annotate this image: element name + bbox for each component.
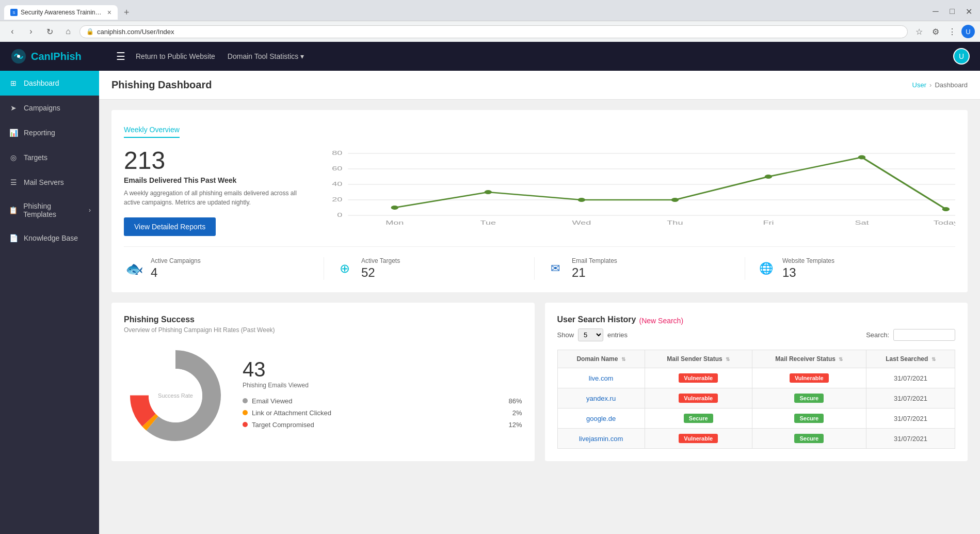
sidebar-item-knowledge-base[interactable]: 📄 Knowledge Base bbox=[0, 226, 99, 250]
sidebar-item-phishing-templates[interactable]: 📋 Phishing Templates › bbox=[0, 195, 99, 226]
col-domain: Domain Name ⇅ bbox=[557, 350, 645, 368]
sidebar-item-mail-servers[interactable]: ☰ Mail Servers bbox=[0, 170, 99, 195]
sidebar: ⊞ Dashboard ➤ Campaigns 📊 Reporting ◎ Ta… bbox=[0, 71, 99, 534]
svg-text:Thu: Thu bbox=[667, 220, 683, 226]
sidebar-item-targets[interactable]: ◎ Targets bbox=[0, 145, 99, 170]
donut-chart: Success Rate bbox=[124, 344, 227, 447]
browser-tab-active[interactable]: S Security Awareness Training | Ph... × bbox=[4, 5, 118, 20]
receiver-status-badge: Vulnerable bbox=[790, 373, 829, 383]
user-avatar[interactable]: U bbox=[953, 48, 970, 65]
donut-section: Success Rate 43 Phishing Emails Viewed E… bbox=[124, 344, 522, 447]
sort-receiver-icon[interactable]: ⇅ bbox=[839, 356, 843, 362]
active-targets-value: 52 bbox=[361, 265, 400, 280]
domain-cell: yandex.ru bbox=[557, 388, 645, 409]
date-cell: 31/07/2021 bbox=[866, 429, 955, 449]
stat-active-targets: ⊕ Active Targets 52 bbox=[324, 257, 535, 280]
sidebar-item-reporting[interactable]: 📊 Reporting bbox=[0, 120, 99, 145]
email-templates-value: 21 bbox=[572, 265, 617, 280]
sidebar-item-campaigns-label: Campaigns bbox=[24, 104, 60, 112]
forward-button[interactable]: › bbox=[24, 24, 38, 39]
sidebar-item-dashboard[interactable]: ⊞ Dashboard bbox=[0, 71, 99, 96]
tab-close-button[interactable]: × bbox=[107, 8, 111, 17]
domain-cell: live.com bbox=[557, 368, 645, 388]
table-row: yandex.ru Vulnerable Secure 31/07/2021 bbox=[557, 388, 955, 409]
url-bar[interactable]: 🔒 caniphish.com/User/Index bbox=[79, 25, 908, 38]
svg-point-15 bbox=[671, 198, 679, 202]
stat-website-templates: 🌐 Website Templates 13 bbox=[745, 257, 955, 280]
lock-icon: 🔒 bbox=[86, 28, 94, 35]
sort-domain-icon[interactable]: ⇅ bbox=[621, 356, 625, 362]
page-title: Phishing Dashboard bbox=[111, 79, 212, 91]
sort-sender-icon[interactable]: ⇅ bbox=[726, 356, 730, 362]
targets-icon: ◎ bbox=[8, 152, 19, 163]
view-reports-button[interactable]: View Detailed Reports bbox=[124, 217, 216, 236]
sender-status-cell: Secure bbox=[645, 409, 752, 429]
bookmark-button[interactable]: ☆ bbox=[912, 24, 926, 39]
entries-select[interactable]: 5 10 25 bbox=[578, 328, 603, 341]
back-button[interactable]: ‹ bbox=[5, 24, 20, 39]
sender-status-cell: Vulnerable bbox=[645, 429, 752, 449]
receiver-status-cell: Secure bbox=[752, 429, 866, 449]
domain-link[interactable]: google.de bbox=[586, 415, 616, 422]
svg-text:40: 40 bbox=[332, 181, 342, 187]
menu-button[interactable]: ⋮ bbox=[945, 24, 959, 39]
search-input[interactable] bbox=[893, 329, 955, 341]
col-sender: Mail Sender Status ⇅ bbox=[645, 350, 752, 368]
svg-point-14 bbox=[578, 198, 585, 202]
sender-status-cell: Vulnerable bbox=[645, 368, 752, 388]
new-tab-button[interactable]: + bbox=[120, 5, 134, 20]
chart-container: 80 60 40 20 0 bbox=[320, 148, 955, 231]
svg-text:80: 80 bbox=[332, 150, 342, 156]
browser-profile-icon[interactable]: U bbox=[961, 25, 975, 38]
logo-icon bbox=[10, 48, 27, 65]
tab-favicon: S bbox=[10, 9, 18, 16]
website-templates-value: 13 bbox=[782, 265, 834, 280]
col-receiver: Mail Receiver Status ⇅ bbox=[752, 350, 866, 368]
maximize-button[interactable]: □ bbox=[945, 4, 959, 19]
sidebar-item-phishing-templates-label: Phishing Templates bbox=[23, 202, 84, 218]
sender-status-badge: Vulnerable bbox=[679, 373, 718, 383]
domain-cell: livejasmin.com bbox=[557, 429, 645, 449]
sort-date-icon[interactable]: ⇅ bbox=[931, 356, 936, 362]
reload-button[interactable]: ↻ bbox=[42, 24, 57, 39]
svg-point-17 bbox=[858, 155, 865, 160]
nav-return-website[interactable]: Return to Public Website bbox=[136, 52, 215, 60]
sidebar-item-targets-label: Targets bbox=[24, 153, 47, 162]
domain-link[interactable]: livejasmin.com bbox=[579, 435, 623, 443]
svg-text:0: 0 bbox=[337, 212, 342, 218]
sidebar-item-dashboard-label: Dashboard bbox=[24, 79, 59, 87]
browser-actions: ☆ ⚙ ⋮ U bbox=[912, 24, 975, 39]
phishing-success-card: Phishing Success Overview of Phishing Ca… bbox=[111, 303, 535, 461]
nav-domain-tool[interactable]: Domain Tool Statistics ▾ bbox=[228, 52, 304, 60]
svg-text:20: 20 bbox=[332, 197, 342, 202]
minimize-button[interactable]: ─ bbox=[928, 4, 943, 19]
hamburger-icon[interactable]: ☰ bbox=[116, 50, 125, 62]
phishing-success-title: Phishing Success bbox=[124, 315, 522, 324]
svg-text:Fri: Fri bbox=[763, 220, 774, 226]
domain-link[interactable]: yandex.ru bbox=[586, 395, 616, 402]
app-header: CanIPhish ☰ Return to Public Website Dom… bbox=[0, 42, 980, 71]
legend-email-viewed: Email Viewed 86% bbox=[243, 397, 522, 405]
sidebar-item-campaigns[interactable]: ➤ Campaigns bbox=[0, 96, 99, 120]
chart-svg: 80 60 40 20 0 bbox=[320, 148, 955, 231]
sender-status-badge: Vulnerable bbox=[679, 394, 718, 403]
sidebar-item-knowledge-base-label: Knowledge Base bbox=[24, 234, 78, 242]
bottom-section: Phishing Success Overview of Phishing Ca… bbox=[111, 303, 968, 461]
svg-point-1 bbox=[17, 55, 20, 58]
fish-icon: 🐟 bbox=[124, 258, 144, 279]
table-row: live.com Vulnerable Vulnerable 31/07/202… bbox=[557, 368, 955, 388]
domain-link[interactable]: live.com bbox=[589, 374, 614, 382]
url-text: caniphish.com/User/Index bbox=[97, 28, 901, 36]
breadcrumb-user[interactable]: User bbox=[912, 81, 926, 89]
svg-point-16 bbox=[765, 175, 772, 179]
col-date: Last Searched ⇅ bbox=[866, 350, 955, 368]
home-button[interactable]: ⌂ bbox=[61, 24, 75, 39]
close-browser-button[interactable]: ✕ bbox=[961, 4, 976, 19]
extensions-button[interactable]: ⚙ bbox=[928, 24, 943, 39]
svg-text:Tue: Tue bbox=[480, 220, 496, 226]
target-compromised-pct: 12% bbox=[508, 421, 522, 429]
svg-point-13 bbox=[485, 190, 492, 194]
weekly-overview-tab[interactable]: Weekly Overview bbox=[124, 122, 180, 138]
new-search-link[interactable]: (New Search) bbox=[639, 317, 683, 325]
legend-target-compromised: Target Compromised 12% bbox=[243, 421, 522, 429]
